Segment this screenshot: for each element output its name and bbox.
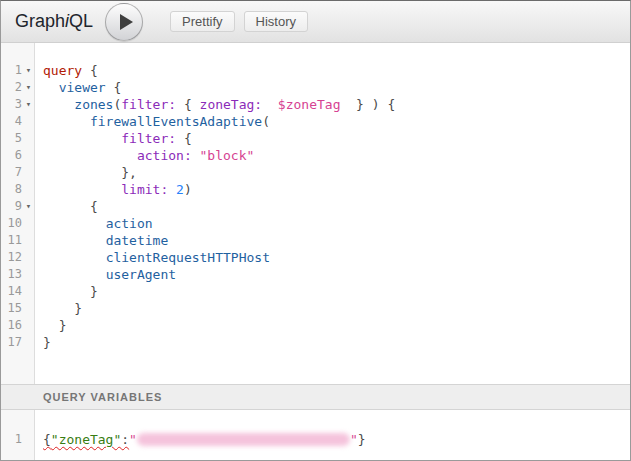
- redacted-value: [137, 433, 350, 446]
- code-token-punctuation: [43, 250, 106, 265]
- query-variables-title: QUERY VARIABLES: [43, 391, 162, 403]
- line-number-cell: 2▾: [1, 79, 35, 96]
- fold-spacer: [22, 113, 35, 130]
- code-token-punctuation: {: [43, 432, 51, 447]
- line-number: 5: [1, 130, 22, 147]
- code-token-field: userAgent: [106, 267, 176, 282]
- code-line-content: action: [35, 215, 153, 232]
- line-number: 12: [1, 249, 22, 266]
- fold-spacer: [22, 300, 35, 317]
- line-number: 14: [1, 283, 22, 300]
- code-line: 13 userAgent: [1, 266, 630, 283]
- line-number-cell: 10: [1, 215, 35, 232]
- line-number: 8: [1, 181, 22, 198]
- fold-open-icon[interactable]: ▾: [22, 96, 35, 113]
- code-line: 10 action: [1, 215, 630, 232]
- toolbar: GraphiQL Prettify History: [1, 1, 630, 43]
- code-line: 1{"zoneTag":""}: [1, 431, 630, 448]
- line-number: 15: [1, 300, 22, 317]
- code-line: 9▾ {: [1, 198, 630, 215]
- code-token-argument: limit:: [121, 182, 168, 197]
- code-line-content: }: [35, 283, 98, 300]
- code-token-punctuation: }: [43, 335, 51, 350]
- query-editor[interactable]: 1▾query {2▾ viewer {3▾ zones(filter: { z…: [1, 43, 630, 384]
- code-token-punctuation: (: [262, 114, 270, 129]
- code-token-punctuation: [43, 216, 106, 231]
- play-icon: [120, 14, 133, 30]
- line-number-cell: 4: [1, 113, 35, 130]
- fold-spacer: [22, 130, 35, 147]
- code-token-argument: zoneTag:: [200, 97, 263, 112]
- code-line-content: }: [35, 334, 51, 351]
- code-line-content: {: [35, 198, 98, 215]
- fold-spacer: [22, 147, 35, 164]
- logo-text-graph: Graph: [15, 11, 65, 31]
- code-token-string: ": [129, 432, 137, 447]
- code-line: 12 clientRequestHTTPHost: [1, 249, 630, 266]
- code-token-field: viewer: [59, 80, 106, 95]
- fold-spacer: [22, 317, 35, 334]
- line-number-cell: 3▾: [1, 96, 35, 113]
- line-number: 9: [1, 198, 22, 215]
- line-number: 1: [1, 431, 22, 448]
- line-number-cell: 11: [1, 232, 35, 249]
- line-number-cell: 1: [1, 431, 35, 448]
- line-number-cell: 6: [1, 147, 35, 164]
- code-token-punctuation: {: [176, 131, 192, 146]
- fold-spacer: [22, 215, 35, 232]
- code-line-content: }: [35, 317, 66, 334]
- code-line-content: {"zoneTag":""}: [35, 431, 366, 448]
- code-token-punctuation: ): [184, 182, 192, 197]
- code-token-punctuation: }: [43, 318, 66, 333]
- code-token-number: 2: [176, 182, 184, 197]
- code-token-punctuation: {: [82, 63, 98, 78]
- code-token-punctuation: }: [43, 284, 98, 299]
- code-token-punctuation: [43, 131, 121, 146]
- code-token-keyword: query: [43, 63, 82, 78]
- line-number-cell: 7: [1, 164, 35, 181]
- code-token-punctuation: [43, 148, 137, 163]
- code-line-content: firewallEventsAdaptive(: [35, 113, 270, 130]
- code-token-punctuation: {: [43, 199, 98, 214]
- prettify-button[interactable]: Prettify: [170, 11, 234, 32]
- code-token-punctuation: [192, 148, 200, 163]
- fold-spacer: [22, 181, 35, 198]
- query-variables-header[interactable]: QUERY VARIABLES: [1, 384, 630, 410]
- code-token-punctuation: }: [358, 432, 366, 447]
- query-code-lines: 1▾query {2▾ viewer {3▾ zones(filter: { z…: [1, 43, 630, 351]
- code-line: 11 datetime: [1, 232, 630, 249]
- code-line-content: zones(filter: { zoneTag: $zoneTag } ) {: [35, 96, 395, 113]
- graphiql-logo: GraphiQL: [15, 11, 93, 32]
- fold-spacer: [22, 283, 35, 300]
- code-token-field: zones: [74, 97, 113, 112]
- line-number: 7: [1, 164, 22, 181]
- code-token-punctuation: } ) {: [340, 97, 395, 112]
- fold-open-icon[interactable]: ▾: [22, 79, 35, 96]
- line-number-cell: 13: [1, 266, 35, 283]
- code-line: 15 }: [1, 300, 630, 317]
- code-token-punctuation: [43, 114, 90, 129]
- history-button[interactable]: History: [244, 11, 308, 32]
- logo-text-ql: QL: [69, 11, 93, 31]
- code-token-punctuation: [43, 80, 59, 95]
- code-token-punctuation: [43, 233, 106, 248]
- fold-open-icon[interactable]: ▾: [22, 198, 35, 215]
- line-number: 16: [1, 317, 22, 334]
- line-number: 3: [1, 96, 22, 113]
- code-line: 5 filter: {: [1, 130, 630, 147]
- code-line: 8 limit: 2): [1, 181, 630, 198]
- graphiql-app: GraphiQL Prettify History 1▾query {2▾ vi…: [0, 0, 631, 461]
- code-token-argument: action:: [137, 148, 192, 163]
- code-line: 2▾ viewer {: [1, 79, 630, 96]
- fold-open-icon[interactable]: ▾: [22, 62, 35, 79]
- fold-spacer: [22, 249, 35, 266]
- code-token-json_key: "zoneTag": [51, 432, 121, 447]
- execute-button[interactable]: [105, 3, 143, 41]
- code-token-variable: $zoneTag: [278, 97, 341, 112]
- code-line-content: query {: [35, 62, 98, 79]
- code-line: 14 }: [1, 283, 630, 300]
- variables-editor[interactable]: 1{"zoneTag":""}: [1, 410, 630, 460]
- line-number-cell: 15: [1, 300, 35, 317]
- line-number-cell: 12: [1, 249, 35, 266]
- code-line: 17}: [1, 334, 630, 351]
